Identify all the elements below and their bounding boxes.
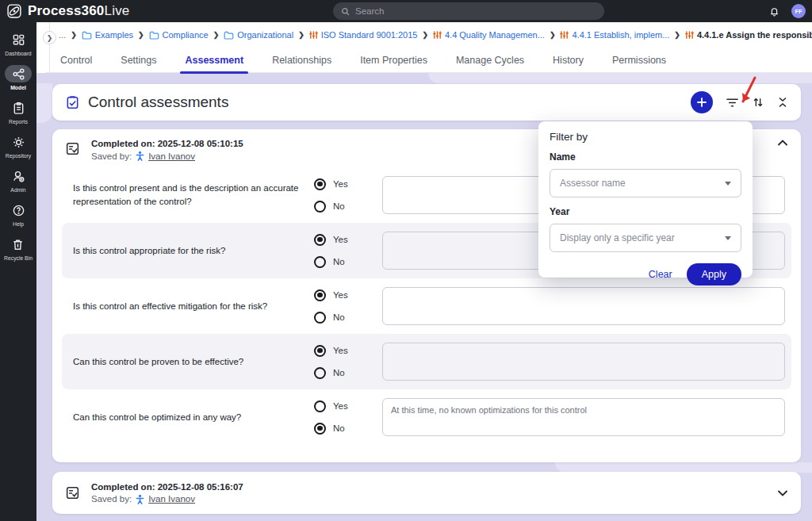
tab-control[interactable]: Control: [46, 48, 106, 73]
logo-atom-icon: [6, 3, 22, 19]
sidebar-item-model[interactable]: Model: [5, 65, 32, 90]
radio-group: Yes No: [303, 178, 376, 213]
answer-textarea[interactable]: [382, 343, 785, 381]
filter-popup-title: Filter by: [550, 131, 741, 143]
saved-by-row: Saved by: Ivan Ivanov: [91, 494, 243, 504]
completed-on-text: Completed on: 2025-12-08 05:10:15: [91, 139, 243, 148]
breadcrumb-item-compliance[interactable]: Compliance: [149, 30, 209, 40]
completed-on-text: Completed on: 2025-12-08 05:16:07: [91, 482, 243, 492]
question-text: Can this control be optimized in any way…: [65, 411, 303, 424]
add-assessment-button[interactable]: [691, 91, 713, 113]
top-bar: Process360Live Search FF: [0, 0, 812, 22]
question-row: Can this control be proven to be effecti…: [62, 334, 791, 389]
search-input[interactable]: Search: [333, 2, 604, 20]
question-row: Can this control be optimized in any way…: [62, 389, 791, 445]
answer-textarea[interactable]: [382, 287, 785, 325]
folder-icon: [224, 31, 234, 40]
radio-yes[interactable]: Yes: [314, 289, 376, 301]
collapse-card-chevron-up[interactable]: [777, 139, 788, 147]
radio-no[interactable]: No: [314, 256, 376, 268]
tab-history[interactable]: History: [538, 48, 598, 73]
radio-group: Yes No: [303, 345, 376, 379]
tab-manage-cycles[interactable]: Manage Cycles: [442, 48, 538, 73]
radio-group: Yes No: [303, 289, 376, 324]
radio-group: Yes No: [303, 400, 376, 435]
saved-by-user-link[interactable]: Ivan Ivanov: [148, 151, 195, 161]
breadcrumb-item-organizational[interactable]: Organizational: [224, 30, 293, 40]
sidebar-item-admin[interactable]: Admin: [5, 167, 32, 193]
year-filter-label: Year: [550, 206, 741, 217]
admin-icon: [5, 167, 32, 185]
decorative-swoosh: [36, 83, 52, 123]
breadcrumb-item-44-quality[interactable]: 4.4 Quality Managemen...: [433, 30, 545, 40]
notifications-bell-icon[interactable]: [768, 6, 780, 17]
radio-yes[interactable]: Yes: [314, 400, 376, 412]
sidebar-item-dashboard[interactable]: Dashboard: [5, 31, 32, 56]
app-window: Process360Live Search FF Dashboard Model…: [0, 0, 812, 521]
recycle-bin-icon: [5, 236, 32, 253]
tab-permissions[interactable]: Permissions: [598, 48, 680, 73]
tab-assessment[interactable]: Assessment: [170, 48, 258, 73]
sliders-icon: [309, 30, 318, 40]
saved-by-user-link[interactable]: Ivan Ivanov: [148, 494, 195, 504]
breadcrumb-item-current: 4.4.1.e Assign the responsibilities and …: [685, 30, 812, 40]
person-icon: [135, 151, 145, 161]
radio-group: Yes No: [303, 234, 376, 268]
question-text: Can this control be proven to be effecti…: [65, 355, 303, 369]
clear-filter-button[interactable]: Clear: [649, 269, 672, 280]
chevron-down-icon: [725, 182, 731, 186]
radio-yes[interactable]: Yes: [314, 178, 376, 190]
radio-no[interactable]: No: [314, 201, 376, 213]
breadcrumb-item-examples[interactable]: Examples: [82, 30, 133, 40]
collapse-all-button[interactable]: [777, 96, 788, 109]
breadcrumb-ellipsis[interactable]: ...: [59, 30, 66, 40]
radio-no[interactable]: No: [314, 367, 376, 379]
question-text: Is this control an effective mitigation …: [65, 300, 303, 313]
question-text: Is this control present and is the descr…: [65, 182, 303, 208]
breadcrumb: ... ❯ Examples ❯ Compliance ❯ Organizati…: [59, 22, 807, 48]
question-row: Is this control an effective mitigation …: [62, 278, 791, 334]
user-avatar[interactable]: FF: [791, 4, 806, 18]
expand-panel-button[interactable]: ❯: [43, 31, 56, 44]
assessment-entry-icon: [65, 485, 80, 504]
sidebar-item-reports[interactable]: Reports: [5, 99, 32, 125]
assessments-clipboard-icon: [65, 95, 80, 110]
sidebar-item-repository[interactable]: Repository: [5, 133, 32, 159]
sliders-icon: [685, 30, 694, 40]
tab-relationships[interactable]: Relationships: [258, 48, 346, 73]
radio-no[interactable]: No: [314, 312, 376, 324]
year-select[interactable]: Display only a specific year: [550, 224, 741, 252]
tab-settings[interactable]: Settings: [106, 48, 170, 73]
left-sidebar: Dashboard Model Reports Repository Admin…: [0, 22, 36, 521]
page-chrome: ❯ ... ❯ Examples ❯ Compliance ❯ Organiza…: [36, 22, 812, 73]
breadcrumb-item-iso-standard[interactable]: ISO Standard 9001:2015: [309, 30, 418, 40]
sliders-icon: [433, 30, 442, 40]
radio-yes[interactable]: Yes: [314, 234, 376, 246]
breadcrumb-item-441-establish[interactable]: 4.4.1 Establish, implem...: [560, 30, 669, 40]
reports-icon: [5, 99, 32, 117]
control-assessments-header-card: Control assessments: [52, 84, 801, 121]
sidebar-item-help[interactable]: Help: [5, 201, 32, 227]
sliders-icon: [560, 30, 569, 40]
tab-bar: Control Settings Assessment Relationship…: [46, 48, 812, 73]
app-logo[interactable]: Process360Live: [6, 3, 130, 19]
radio-no[interactable]: No: [314, 423, 376, 435]
apply-filter-button[interactable]: Apply: [687, 263, 741, 285]
radio-yes[interactable]: Yes: [314, 345, 376, 357]
assessor-name-select[interactable]: Assessor name: [550, 169, 741, 197]
person-icon: [135, 494, 145, 504]
search-icon: [341, 7, 350, 16]
model-icon: [5, 65, 32, 82]
search-placeholder: Search: [355, 6, 384, 16]
saved-by-row: Saved by: Ivan Ivanov: [91, 151, 243, 161]
help-icon: [5, 201, 32, 219]
name-filter-label: Name: [550, 151, 741, 163]
assessment-entry-icon: [65, 141, 80, 159]
filter-popup: Filter by Name Assessor name Year Displa…: [538, 121, 753, 278]
tab-item-properties[interactable]: Item Properties: [346, 48, 442, 73]
expand-card-chevron-down[interactable]: [777, 489, 788, 497]
repository-gear-icon: [5, 133, 32, 151]
answer-textarea[interactable]: At this time, no known optimizations for…: [382, 398, 785, 436]
sidebar-item-recycle-bin[interactable]: Recycle Bin: [4, 236, 33, 261]
folder-icon: [149, 31, 159, 40]
